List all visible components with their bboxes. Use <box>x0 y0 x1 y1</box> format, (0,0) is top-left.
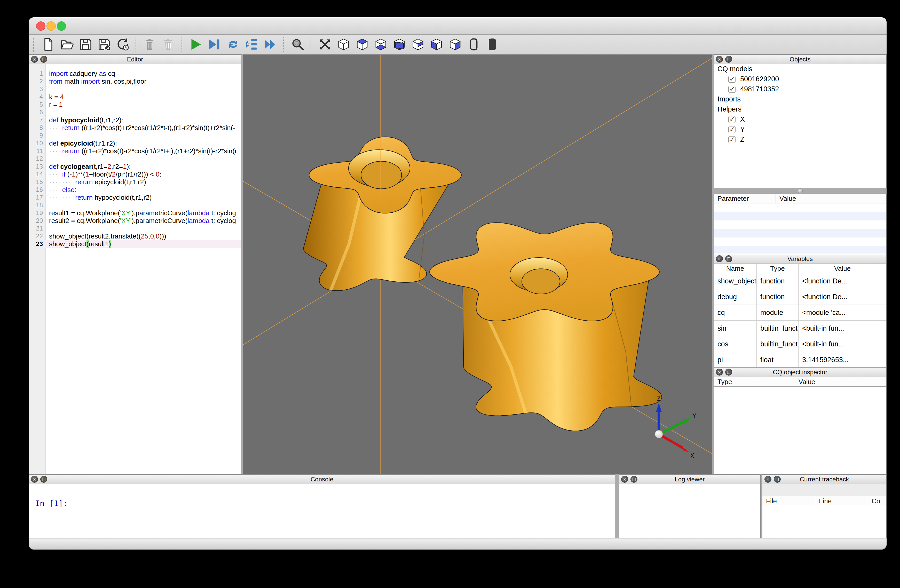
close-window-button[interactable] <box>36 22 45 31</box>
close-panel-icon[interactable]: ✕ <box>716 369 723 375</box>
splitter-handle-icon <box>798 188 803 193</box>
toolbar-separator <box>283 37 285 52</box>
tree-item[interactable]: CQ models <box>714 64 886 74</box>
objects-tree[interactable]: CQ models50016292004981710352ImportsHelp… <box>714 64 886 188</box>
window-titlebar[interactable] <box>29 17 886 34</box>
float-panel-icon[interactable]: ❐ <box>725 369 732 375</box>
tree-item[interactable]: X <box>714 114 886 124</box>
tree-item[interactable]: Helpers <box>714 104 886 114</box>
float-panel-icon[interactable]: ❐ <box>725 56 732 63</box>
line-number: 9 <box>29 132 45 140</box>
table-row[interactable]: cosbuiltin_functi...<built-in fun... <box>714 336 886 352</box>
zoom-window-button[interactable] <box>57 22 66 31</box>
float-panel-icon[interactable]: ❐ <box>725 255 732 262</box>
run-button[interactable] <box>188 36 204 53</box>
view-left-button[interactable] <box>428 36 445 53</box>
delete-model-button[interactable] <box>142 36 158 53</box>
column-header[interactable]: Co <box>868 496 886 506</box>
float-panel-icon[interactable]: ❐ <box>630 476 638 483</box>
view-bottom-button[interactable] <box>373 36 389 53</box>
console-panel-titlebar: ✕ ❐ Console <box>29 475 615 484</box>
tree-item[interactable]: 4981710352 <box>714 84 886 94</box>
code-line: 16····else: <box>29 186 241 194</box>
close-panel-icon[interactable]: ✕ <box>31 56 38 63</box>
code-line: 1import cadquery as cq <box>29 70 241 78</box>
objects-splitter[interactable] <box>714 188 886 194</box>
parameters-rows <box>714 203 886 254</box>
visibility-checkbox[interactable] <box>728 126 736 133</box>
view-shaded-button[interactable] <box>484 36 500 53</box>
line-number: 5 <box>29 101 45 109</box>
desktop: ✕ ❐ Editor 1import cadquery as cq2from m… <box>0 0 900 588</box>
view-top-button[interactable] <box>354 36 370 53</box>
console-input-area[interactable]: In [1]: <box>29 484 615 538</box>
toolbar-drag-handle[interactable] <box>32 37 35 52</box>
inspector-panel-titlebar: ✕ ❐ CQ object inspector <box>714 368 886 377</box>
line-number: 16 <box>29 186 45 194</box>
table-row[interactable]: show_objectfunction<function De... <box>714 273 886 289</box>
main-toolbar <box>29 34 886 54</box>
view-back-button[interactable] <box>410 36 426 53</box>
view-iso-button[interactable] <box>336 36 352 53</box>
visibility-checkbox[interactable] <box>728 136 736 143</box>
column-header[interactable]: File <box>762 496 815 506</box>
column-header[interactable]: Line <box>815 496 868 506</box>
editor-panel-titlebar: ✕ ❐ Editor <box>29 55 241 64</box>
editor-code[interactable]: 1import cadquery as cq2from math import … <box>29 64 241 474</box>
delete-all-button[interactable] <box>161 36 177 53</box>
line-number: 4 <box>29 93 45 101</box>
continue-button[interactable] <box>262 36 278 53</box>
view-right-button[interactable] <box>447 36 463 53</box>
save-as-button[interactable] <box>96 36 112 53</box>
new-file-button[interactable] <box>40 36 56 53</box>
tree-item[interactable]: Imports <box>714 94 886 104</box>
column-header[interactable]: Type <box>714 377 795 386</box>
column-header[interactable]: Name <box>714 264 757 273</box>
save-button[interactable] <box>78 36 93 53</box>
view-ortho-button[interactable] <box>466 36 482 53</box>
column-header[interactable]: Value <box>799 264 886 273</box>
viewport-3d[interactable]: ZYX <box>243 54 712 475</box>
fit-view-button[interactable] <box>290 36 306 53</box>
float-panel-icon[interactable]: ❐ <box>774 476 781 483</box>
visibility-checkbox[interactable] <box>728 76 736 83</box>
close-panel-icon[interactable]: ✕ <box>31 476 38 483</box>
close-panel-icon[interactable]: ✕ <box>716 255 723 262</box>
tree-item[interactable]: Y <box>714 124 886 135</box>
table-row[interactable]: sinbuiltin_functi...<built-in fun... <box>714 321 886 336</box>
code-line: 8····return ((r1-r2)*cos(t)+r2*cos(r1/r2… <box>29 124 241 132</box>
line-number: 7 <box>29 116 45 124</box>
reload-button[interactable] <box>115 36 130 53</box>
step-into-button[interactable] <box>244 36 260 53</box>
code-line: 4k = 4 <box>29 93 241 101</box>
fit-all-button[interactable] <box>317 36 333 53</box>
table-row[interactable]: debugfunction<function De... <box>714 289 886 305</box>
column-header[interactable]: Type <box>757 264 799 273</box>
log-panel-title: Log viewer <box>675 476 704 483</box>
step-button[interactable] <box>225 36 241 53</box>
open-file-button[interactable] <box>59 36 75 53</box>
view-front-button[interactable] <box>391 36 407 53</box>
float-panel-icon[interactable]: ❐ <box>40 476 47 483</box>
column-header[interactable]: Parameter <box>714 194 776 203</box>
tree-item[interactable]: 5001629200 <box>714 74 886 84</box>
float-panel-icon[interactable]: ❐ <box>40 56 47 63</box>
line-number: 8 <box>29 124 45 132</box>
column-header[interactable]: Value <box>776 194 886 203</box>
code-line: 17········return hypocycloid(t,r1,r2) <box>29 194 241 201</box>
close-panel-icon[interactable]: ✕ <box>716 56 723 63</box>
close-panel-icon[interactable]: ✕ <box>621 476 628 483</box>
visibility-checkbox[interactable] <box>728 116 736 123</box>
tree-item[interactable]: Z <box>714 135 886 144</box>
column-header[interactable]: Value <box>795 377 886 386</box>
debug-button[interactable] <box>206 36 223 53</box>
line-number: 18 <box>29 201 45 209</box>
visibility-checkbox[interactable] <box>728 86 736 93</box>
close-panel-icon[interactable]: ✕ <box>765 476 771 483</box>
code-line: 22show_object(result2.translate((25,0,0)… <box>29 232 241 240</box>
minimize-window-button[interactable] <box>47 22 56 31</box>
traceback-panel-titlebar: ✕ ❐ Current traceback <box>762 475 886 484</box>
table-row[interactable]: cqmodule<module 'ca... <box>714 305 886 321</box>
table-row[interactable]: pifloat3.141592653... <box>714 352 886 367</box>
code-line: 5r = 1 <box>29 101 241 109</box>
